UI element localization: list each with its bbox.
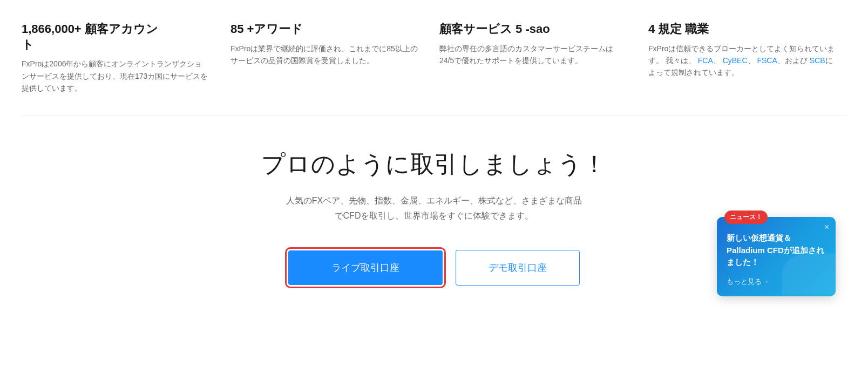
stat-description-service: 弊社の専任の多言語のカスタマーサービスチームは24/5で優れたサポートを提供して…	[439, 43, 627, 67]
stat-title-service: 顧客サービス 5 -sao	[439, 22, 627, 37]
news-more-link[interactable]: もっと見る→	[727, 277, 769, 286]
stat-title-accounts: 1,866,000+ 顧客アカウント	[22, 22, 209, 52]
news-popup: ニュース！ × 新しい仮想通貨＆Palladium CFDが追加されました！ も…	[717, 217, 836, 296]
buttons-row: ライブ取引口座 デモ取引口座	[288, 250, 580, 286]
link-scb[interactable]: SCB	[810, 56, 825, 65]
hero-section: プロのように取引しましょう！ 人気のFXペア、先物、指数、金属、エネルギー、株式…	[0, 116, 868, 328]
stat-card-awards: 85 +アワード FxProは業界で継続的に評価され、これまでに85以上のサービ…	[230, 22, 418, 94]
hero-title: プロのように取引しましょう！	[261, 148, 606, 180]
stat-card-regulation: 4 規定 職業 FxProは信頼できるブローカーとしてよく知られています。 我々…	[648, 22, 836, 94]
demo-account-button[interactable]: デモ取引口座	[456, 250, 580, 286]
stat-description-regulation: FxProは信頼できるブローカーとしてよく知られています。 我々は、 FCA、 …	[648, 43, 836, 79]
news-close-button[interactable]: ×	[824, 222, 829, 232]
news-badge: ニュース！	[724, 211, 768, 224]
news-popup-title: 新しい仮想通貨＆Palladium CFDが追加されました！	[727, 232, 826, 269]
stat-title-regulation: 4 規定 職業	[648, 22, 836, 37]
stat-description-accounts: FxProは2006年から顧客にオンライントランザクションサービスを提供しており…	[22, 58, 209, 94]
stat-card-accounts: 1,866,000+ 顧客アカウント FxProは2006年から顧客にオンライン…	[22, 22, 209, 94]
live-account-button[interactable]: ライブ取引口座	[288, 250, 443, 285]
link-fca[interactable]: FCA	[698, 56, 713, 65]
link-cysec[interactable]: CyBEC	[723, 56, 748, 65]
stat-card-service: 顧客サービス 5 -sao 弊社の専任の多言語のカスタマーサービスチームは24/…	[439, 22, 627, 94]
page-wrapper: 1,866,000+ 顧客アカウント FxProは2006年から顧客にオンライン…	[0, 0, 868, 329]
link-fsca[interactable]: FSCA	[757, 56, 777, 65]
stats-section: 1,866,000+ 顧客アカウント FxProは2006年から顧客にオンライン…	[0, 0, 868, 116]
hero-description: 人気のFXペア、先物、指数、金属、エネルギー、株式など、さまざまな商品でCFDを…	[286, 193, 582, 222]
stat-description-awards: FxProは業界で継続的に評価され、これまでに85以上のサービスの品質の国際賞を…	[230, 43, 418, 67]
stat-title-awards: 85 +アワード	[230, 22, 418, 37]
